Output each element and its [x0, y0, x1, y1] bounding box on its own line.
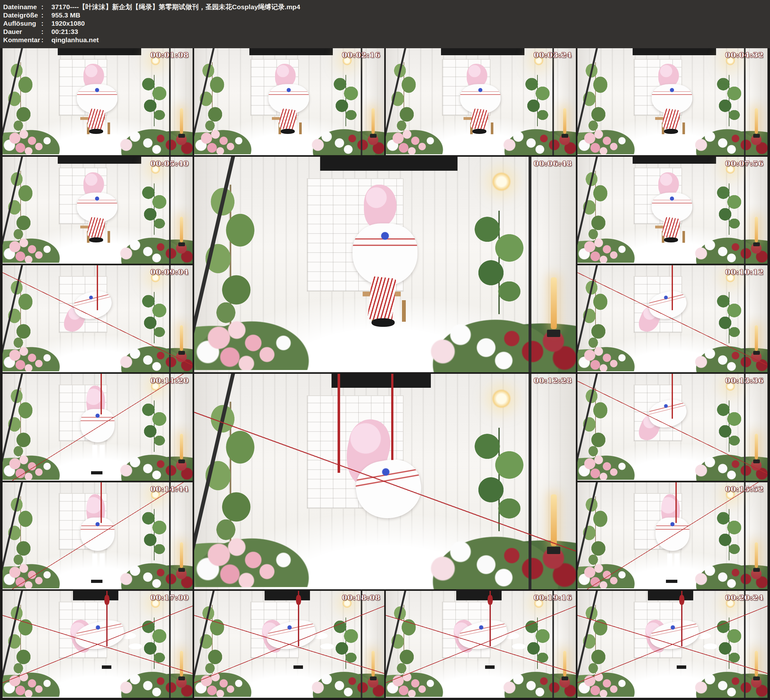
red-ropes — [3, 482, 192, 589]
frame-art — [578, 48, 767, 155]
frame-art — [578, 482, 767, 589]
video-frame-18: 00:20:24 — [578, 591, 767, 698]
video-frame-16: 00:18:08 — [194, 591, 384, 698]
video-frame-3: 00:03:24 — [386, 48, 576, 155]
timestamp-overlay: 00:18:08 — [342, 593, 380, 602]
separator: : — [41, 36, 52, 44]
timestamp-overlay: 00:06:48 — [534, 159, 572, 167]
timestamp-overlay: 00:20:24 — [725, 593, 764, 602]
red-ropes — [386, 591, 576, 698]
filename-value: 37170----【叶沫沫】新企划【绳录】第零期试做刊，圣园未花Cosplay绳… — [52, 3, 770, 11]
frame-art — [3, 265, 192, 372]
red-ropes — [194, 157, 576, 372]
video-frame-13: 00:14:44 — [3, 482, 192, 589]
timestamp-overlay: 00:03:24 — [534, 50, 572, 59]
red-ropes — [3, 157, 192, 264]
thumbnail-grid: 00:01:08 00:02:16 00:03:24 00:04:32 00:0… — [0, 48, 770, 698]
timestamp-overlay: 00:11:20 — [150, 376, 189, 385]
metadata-row-filename: Dateiname:37170----【叶沫沫】新企划【绳录】第零期试做刊，圣园… — [3, 3, 770, 11]
frame-art — [194, 157, 576, 372]
timestamp-overlay: 00:01:08 — [150, 50, 189, 59]
frame-art — [194, 48, 384, 155]
frame-art — [578, 591, 767, 698]
video-frame-10: 00:11:20 — [3, 374, 192, 481]
red-ropes — [578, 374, 767, 481]
timestamp-overlay: 00:02:16 — [342, 50, 380, 59]
separator: : — [41, 11, 52, 19]
video-frame-14: 00:15:52 — [578, 482, 767, 589]
frame-art — [194, 374, 576, 589]
red-ropes — [194, 591, 384, 698]
metadata-header: Dateiname:37170----【叶沫沫】新企划【绳录】第零期试做刊，圣园… — [0, 0, 770, 48]
red-ropes — [194, 48, 384, 155]
timestamp-overlay: 00:10:12 — [725, 267, 764, 276]
video-frame-4: 00:04:32 — [578, 48, 767, 155]
duration-value: 00:21:33 — [52, 28, 770, 36]
frame-art — [3, 482, 192, 589]
timestamp-overlay: 00:12:28 — [534, 376, 572, 385]
red-ropes — [3, 48, 192, 155]
duration-label: Dauer — [3, 28, 41, 36]
filename-label: Dateiname — [3, 3, 41, 11]
frame-art — [3, 591, 192, 698]
red-ropes — [578, 265, 767, 372]
frame-art — [578, 265, 767, 372]
frame-art — [3, 48, 192, 155]
filesize-label: Dateigröße — [3, 11, 41, 19]
timestamp-overlay: 00:07:56 — [725, 159, 764, 167]
metadata-row-comment: Kommentar:qinglanhua.net — [3, 36, 770, 44]
video-frame-8: 00:09:04 — [3, 265, 192, 372]
timestamp-overlay: 00:19:16 — [534, 593, 572, 602]
timestamp-overlay: 00:17:00 — [150, 593, 189, 602]
red-ropes — [386, 48, 576, 155]
video-frame-7: 00:07:56 — [578, 157, 767, 264]
video-frame-15: 00:17:00 — [3, 591, 192, 698]
red-ropes — [3, 591, 192, 698]
metadata-row-filesize: Dateigröße:955.3 MB — [3, 11, 770, 19]
frame-art — [194, 591, 384, 698]
video-frame-12: 00:13:36 — [578, 374, 767, 481]
video-frame-11-large: 00:12:28 — [194, 374, 576, 589]
metadata-row-resolution: Auflösung:1920x1080 — [3, 19, 770, 28]
red-ropes — [578, 482, 767, 589]
resolution-value: 1920x1080 — [52, 19, 770, 28]
video-frame-2: 00:02:16 — [194, 48, 384, 155]
red-ropes — [3, 265, 192, 372]
timestamp-overlay: 00:05:40 — [150, 159, 189, 167]
separator: : — [41, 3, 52, 11]
red-ropes — [578, 48, 767, 155]
metadata-row-duration: Dauer:00:21:33 — [3, 28, 770, 36]
timestamp-overlay: 00:09:04 — [150, 267, 189, 276]
resolution-label: Auflösung — [3, 19, 41, 28]
video-frame-1: 00:01:08 — [3, 48, 192, 155]
frame-art — [578, 374, 767, 481]
frame-art — [386, 48, 576, 155]
timestamp-overlay: 00:15:52 — [725, 484, 764, 493]
video-frame-6-large: 00:06:48 — [194, 157, 576, 372]
separator: : — [41, 28, 52, 36]
frame-art — [3, 157, 192, 264]
separator: : — [41, 19, 52, 28]
video-frame-9: 00:10:12 — [578, 265, 767, 372]
frame-art — [578, 157, 767, 264]
frame-art — [386, 591, 576, 698]
red-ropes — [3, 374, 192, 481]
comment-value: qinglanhua.net — [52, 36, 770, 44]
red-ropes — [578, 591, 767, 698]
frame-art — [3, 374, 192, 481]
timestamp-overlay: 00:14:44 — [150, 484, 189, 493]
video-frame-5: 00:05:40 — [3, 157, 192, 264]
red-ropes — [578, 157, 767, 264]
video-frame-17: 00:19:16 — [386, 591, 576, 698]
filesize-value: 955.3 MB — [52, 11, 770, 19]
timestamp-overlay: 00:13:36 — [725, 376, 764, 385]
red-ropes — [194, 374, 576, 589]
timestamp-overlay: 00:04:32 — [725, 50, 764, 59]
comment-label: Kommentar — [3, 36, 41, 44]
